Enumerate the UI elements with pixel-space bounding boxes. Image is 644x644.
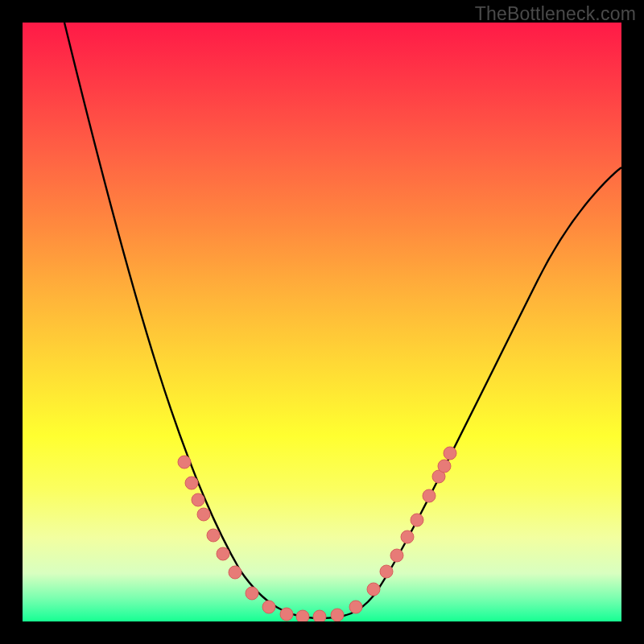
chart-marker bbox=[438, 460, 451, 473]
chart-marker bbox=[367, 583, 380, 596]
chart-marker bbox=[185, 477, 198, 489]
chart-marker bbox=[401, 530, 414, 543]
chart-svg bbox=[23, 23, 621, 621]
chart-marker bbox=[207, 529, 220, 542]
chart-plot-area bbox=[23, 23, 621, 621]
chart-marker bbox=[331, 609, 344, 621]
chart-marker bbox=[411, 514, 423, 526]
chart-marker bbox=[444, 447, 456, 460]
chart-marker bbox=[229, 566, 242, 579]
chart-marker bbox=[390, 549, 403, 562]
chart-marker bbox=[197, 508, 210, 521]
chart-marker bbox=[313, 610, 326, 621]
marker-group bbox=[178, 447, 456, 621]
bottleneck-curve bbox=[64, 23, 621, 618]
chart-marker bbox=[178, 456, 191, 469]
chart-frame: TheBottleneck.com bbox=[0, 0, 644, 644]
chart-marker bbox=[192, 493, 204, 506]
chart-marker bbox=[296, 610, 309, 621]
chart-marker bbox=[380, 565, 393, 578]
chart-marker bbox=[423, 489, 436, 502]
chart-marker bbox=[246, 587, 258, 600]
chart-marker bbox=[349, 601, 362, 613]
chart-marker bbox=[262, 601, 275, 613]
chart-marker bbox=[217, 547, 229, 560]
watermark-text: TheBottleneck.com bbox=[475, 3, 636, 25]
chart-marker bbox=[280, 608, 293, 621]
